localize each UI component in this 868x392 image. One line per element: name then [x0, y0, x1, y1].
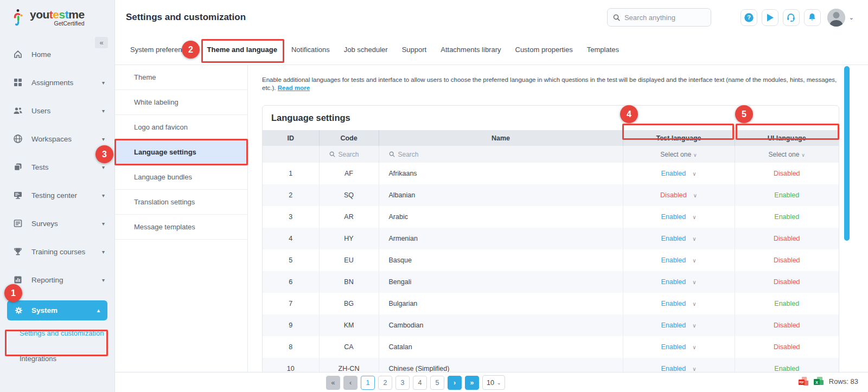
- page-size-select[interactable]: 10⌄: [482, 375, 505, 390]
- column-header-name[interactable]: Name: [379, 130, 623, 146]
- table-row: 3ARArabicEnabled∨Enabled: [263, 206, 839, 228]
- cell-name: Basque: [379, 249, 623, 271]
- test-language-status[interactable]: Enabled: [661, 235, 686, 242]
- submenu-item-white-labeling[interactable]: White labeling: [115, 90, 247, 115]
- tab-custom-properties[interactable]: Custom properties: [515, 42, 573, 57]
- sidebar-item-training-courses[interactable]: Training courses ▾: [0, 237, 114, 266]
- sidebar-item-surveys[interactable]: Surveys ▾: [0, 209, 114, 237]
- tab-attachments-library[interactable]: Attachments library: [441, 42, 501, 57]
- test-language-status[interactable]: Enabled: [661, 170, 686, 177]
- read-more-link[interactable]: Read more: [278, 85, 310, 91]
- page-button-4[interactable]: 4: [413, 376, 427, 390]
- tab-theme-and-language[interactable]: Theme and language: [207, 42, 277, 57]
- sidebar-item-workspaces[interactable]: Workspaces ▾: [0, 125, 114, 153]
- cell-test-language: Enabled∨: [623, 336, 735, 358]
- cell-id: 1: [263, 163, 319, 184]
- tab-system-preferences[interactable]: System preferences: [130, 42, 193, 57]
- avatar: [827, 9, 845, 27]
- cell-ui-language: Enabled: [735, 184, 839, 206]
- test-language-status[interactable]: Enabled: [661, 278, 686, 286]
- app-window: youtestme GetCertified « Home Assignment…: [0, 0, 868, 392]
- search-icon: [329, 151, 335, 157]
- chevron-down-icon: ▾: [102, 108, 105, 114]
- video-tour-button[interactable]: [762, 9, 778, 26]
- page-button-2[interactable]: 2: [378, 376, 392, 390]
- column-header-id[interactable]: ID: [263, 130, 319, 146]
- support-headset-icon: [786, 12, 796, 22]
- test-language-status[interactable]: Enabled: [661, 213, 686, 221]
- chevron-down-icon: ⌄: [849, 14, 854, 21]
- support-button[interactable]: [783, 9, 800, 26]
- brand-logo: youtestme GetCertified: [0, 0, 114, 28]
- submenu-item-language-settings[interactable]: Language settings: [115, 140, 247, 165]
- assignments-icon: [13, 78, 23, 87]
- sidebar-item-system[interactable]: System ▴: [7, 300, 107, 320]
- help-button[interactable]: ?: [741, 9, 757, 26]
- cell-code: AR: [319, 206, 379, 228]
- chevron-down-icon[interactable]: ∨: [692, 258, 696, 264]
- page-button-1[interactable]: 1: [361, 376, 375, 390]
- chevron-down-icon[interactable]: ∨: [692, 236, 696, 242]
- test-language-status[interactable]: Enabled: [661, 365, 686, 372]
- chevron-down-icon[interactable]: ∨: [692, 171, 696, 177]
- submenu-item-theme[interactable]: Theme: [115, 65, 247, 90]
- page-scrollbar[interactable]: [844, 66, 850, 241]
- submenu-item-logo-and-favicon[interactable]: Logo and favicon: [115, 115, 247, 140]
- test-language-status[interactable]: Disabled: [660, 191, 687, 199]
- rows-count: Rows: 83: [829, 377, 858, 385]
- table-row: 4HYArmenianEnabled∨Disabled: [263, 228, 839, 249]
- previous-page-button[interactable]: ‹: [343, 376, 358, 390]
- sidebar-collapse-button[interactable]: «: [95, 37, 108, 48]
- filter-code[interactable]: Search: [319, 146, 379, 163]
- page-button-3[interactable]: 3: [395, 376, 410, 390]
- user-menu[interactable]: ⌄: [827, 9, 854, 27]
- tab-notifications[interactable]: Notifications: [291, 42, 330, 57]
- tab-job-scheduler[interactable]: Job scheduler: [344, 42, 388, 57]
- chevron-down-icon[interactable]: ∨: [692, 301, 696, 307]
- tab-templates[interactable]: Templates: [587, 42, 619, 57]
- sidebar-item-assignments[interactable]: Assignments ▾: [0, 68, 114, 97]
- sidebar-item-integrations[interactable]: Integrations: [0, 346, 114, 371]
- sidebar-item-reporting[interactable]: Reporting ▾: [0, 266, 114, 294]
- page-button-5[interactable]: 5: [430, 376, 444, 390]
- column-header-code[interactable]: Code: [319, 130, 379, 146]
- cell-id: 5: [263, 249, 319, 271]
- submenu-item-translation-settings[interactable]: Translation settings: [115, 190, 247, 215]
- column-header-ui-language[interactable]: UI language: [735, 130, 839, 146]
- filter-ui-language-select[interactable]: Select one∨: [735, 146, 839, 163]
- test-language-status[interactable]: Enabled: [661, 343, 686, 351]
- sidebar-item-settings-and-customization[interactable]: Settings and customization: [0, 320, 114, 346]
- sidebar-item-users[interactable]: Users ▾: [0, 97, 114, 125]
- last-page-button[interactable]: »: [465, 376, 479, 390]
- chevron-down-icon[interactable]: ∨: [692, 214, 696, 220]
- chevron-down-icon[interactable]: ∨: [692, 344, 696, 350]
- main-area: Settings and customization ? ⌄ System pr…: [115, 0, 868, 392]
- filter-test-language-select[interactable]: Select one∨: [623, 146, 735, 163]
- first-page-button[interactable]: «: [326, 376, 340, 390]
- submenu-item-message-templates[interactable]: Message templates: [115, 215, 247, 240]
- sidebar-item-testing-center[interactable]: Testing center ▾: [0, 181, 114, 209]
- cell-test-language: Disabled∨: [623, 184, 735, 206]
- chevron-down-icon[interactable]: ∨: [692, 323, 696, 329]
- submenu-item-language-bundles[interactable]: Language bundles: [115, 165, 247, 190]
- global-search[interactable]: [607, 8, 711, 27]
- notifications-button[interactable]: [804, 9, 821, 26]
- chevron-down-icon[interactable]: ∨: [692, 279, 696, 285]
- chevron-down-icon[interactable]: ∨: [693, 192, 697, 198]
- next-page-button[interactable]: ›: [448, 376, 462, 390]
- testing-center-icon: [13, 190, 23, 200]
- filter-name[interactable]: Search: [379, 146, 623, 163]
- chevron-down-icon: ▾: [102, 249, 105, 255]
- tab-support[interactable]: Support: [402, 42, 427, 57]
- column-header-test-language[interactable]: Test language: [623, 130, 735, 146]
- test-language-status[interactable]: Enabled: [661, 300, 686, 307]
- reporting-icon: [13, 275, 23, 285]
- search-input[interactable]: [624, 14, 705, 22]
- test-language-status[interactable]: Enabled: [661, 322, 686, 329]
- svg-text:?: ?: [747, 14, 751, 21]
- chevron-down-icon[interactable]: ∨: [692, 366, 696, 372]
- export-pdf-button[interactable]: PDF: [799, 377, 808, 386]
- test-language-status[interactable]: Enabled: [661, 256, 686, 264]
- sidebar-item-tests[interactable]: Tests ▾: [0, 153, 114, 181]
- export-excel-button[interactable]: X: [814, 377, 824, 386]
